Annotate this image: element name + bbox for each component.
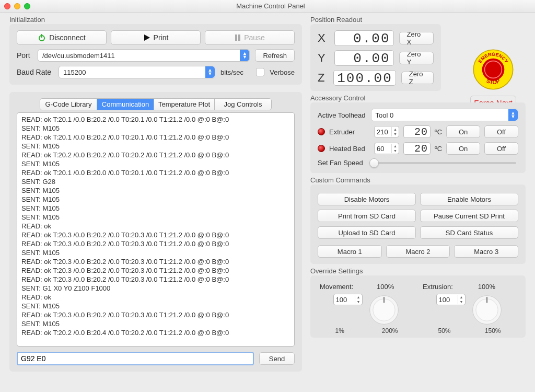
port-select[interactable]: /dev/cu.usbmodem1411 ▲▼	[38, 49, 250, 62]
svg-rect-15	[486, 297, 487, 303]
send-button[interactable]: Send	[259, 352, 295, 365]
port-label: Port	[17, 51, 32, 60]
extruder-actual: 20	[403, 125, 431, 138]
tab-jog-controls[interactable]: Jog Controls	[215, 99, 271, 110]
zero-x-button[interactable]: Zero X	[399, 32, 434, 44]
toolhead-label: Active Toolhead	[318, 111, 366, 119]
close-window-button[interactable]	[4, 3, 10, 9]
chevron-updown-icon: ▲▼	[510, 111, 516, 119]
axis-x-label: X	[318, 31, 329, 45]
disconnect-button[interactable]: Disconnect	[17, 30, 107, 45]
extrusion-label: Extrusion:	[423, 283, 453, 291]
tab-temperature-plot[interactable]: Temperature Plot	[154, 99, 215, 110]
zoom-window-button[interactable]	[24, 3, 30, 9]
bed-target-stepper[interactable]: 60▲▼	[374, 143, 399, 154]
console-output[interactable]: READ: ok T:20.1 /0.0 B:20.2 /0.0 T0:20.1…	[17, 112, 295, 347]
macro-3-button[interactable]: Macro 3	[454, 245, 518, 258]
movement-value-stepper[interactable]: 100▲▼	[333, 294, 363, 305]
tab-communication[interactable]: Communication	[97, 99, 154, 110]
extrusion-value-stepper[interactable]: 100▲▼	[436, 294, 466, 305]
baud-select[interactable]: 115200 ▲▼	[59, 66, 215, 78]
axis-y-value: 0.00	[334, 50, 393, 66]
print-sd-button[interactable]: Print from SD Card	[318, 210, 416, 222]
axis-z-label: Z	[318, 71, 328, 85]
refresh-button[interactable]: Refresh	[255, 49, 295, 62]
zero-z-button[interactable]: Zero Z	[401, 72, 434, 84]
disable-motors-button[interactable]: Disable Motors	[318, 193, 416, 205]
toolhead-select[interactable]: Tool 0 ▲▼	[371, 109, 518, 121]
pause-icon	[235, 34, 241, 41]
baud-unit: bits/sec	[220, 68, 243, 76]
chevron-updown-icon: ▲▼	[242, 52, 247, 59]
extrusion-pct: 100%	[457, 283, 516, 291]
accessory-control-label: Accessory Control	[310, 94, 365, 102]
title-bar: Machine Control Panel	[0, 0, 535, 13]
bed-led-icon	[318, 145, 325, 152]
custom-commands-label: Custom Commands	[310, 176, 370, 184]
verbose-label: Verbose	[270, 68, 295, 76]
upload-sd-button[interactable]: Upload to SD Card	[318, 226, 416, 239]
fan-speed-slider[interactable]	[370, 162, 516, 164]
chevron-updown-icon: ▲▼	[207, 68, 213, 76]
movement-pct: 100%	[357, 283, 413, 291]
baud-label: Baud Rate	[17, 68, 53, 76]
extruder-led-icon	[318, 128, 325, 135]
axis-x-value: 0.00	[334, 30, 393, 46]
pause-sd-button[interactable]: Pause Current SD Print	[420, 210, 518, 222]
sd-status-button[interactable]: SD Card Status	[420, 226, 518, 239]
verbose-checkbox[interactable]	[256, 68, 264, 76]
initialization-label: Initialization	[9, 16, 45, 24]
extrusion-knob[interactable]	[471, 294, 503, 326]
bed-off-button[interactable]: Off	[484, 142, 518, 155]
pause-button[interactable]: Pause	[205, 30, 295, 45]
extruder-off-button[interactable]: Off	[484, 125, 518, 138]
svg-rect-12	[383, 297, 384, 303]
bed-label: Heated Bed	[329, 145, 370, 153]
minimize-window-button[interactable]	[14, 3, 20, 9]
override-settings-label: Override Settings	[310, 267, 363, 275]
axis-z-value: 100.00	[333, 70, 396, 86]
bed-actual: 20	[403, 142, 431, 155]
svg-marker-2	[144, 34, 150, 41]
play-icon	[143, 34, 150, 41]
extruder-on-button[interactable]: On	[446, 125, 480, 138]
macro-1-button[interactable]: Macro 1	[318, 245, 382, 258]
svg-rect-3	[235, 34, 237, 41]
fan-speed-label: Set Fan Speed	[318, 159, 363, 167]
window-title: Machine Control Panel	[37, 2, 505, 10]
movement-label: Movement:	[320, 283, 353, 291]
svg-rect-1	[41, 34, 42, 38]
extruder-label: Extruder	[329, 128, 370, 136]
svg-point-6	[482, 59, 505, 81]
zero-y-button[interactable]: Zero Y	[399, 52, 434, 64]
movement-knob[interactable]	[368, 294, 400, 326]
power-icon	[38, 33, 46, 42]
position-readout-label: Position Readout	[310, 16, 362, 24]
axis-y-label: Y	[318, 51, 329, 65]
print-button[interactable]: Print	[111, 30, 201, 45]
macro-2-button[interactable]: Macro 2	[386, 245, 450, 258]
tab-bar: G-Code Library Communication Temperature…	[40, 98, 272, 110]
enable-motors-button[interactable]: Enable Motors	[420, 193, 518, 205]
command-input[interactable]	[17, 352, 254, 365]
slider-thumb[interactable]	[369, 158, 379, 168]
extruder-target-stepper[interactable]: 210▲▼	[374, 126, 399, 137]
bed-on-button[interactable]: On	[446, 142, 480, 155]
tab-gcode-library[interactable]: G-Code Library	[40, 99, 97, 110]
svg-rect-4	[238, 34, 240, 41]
